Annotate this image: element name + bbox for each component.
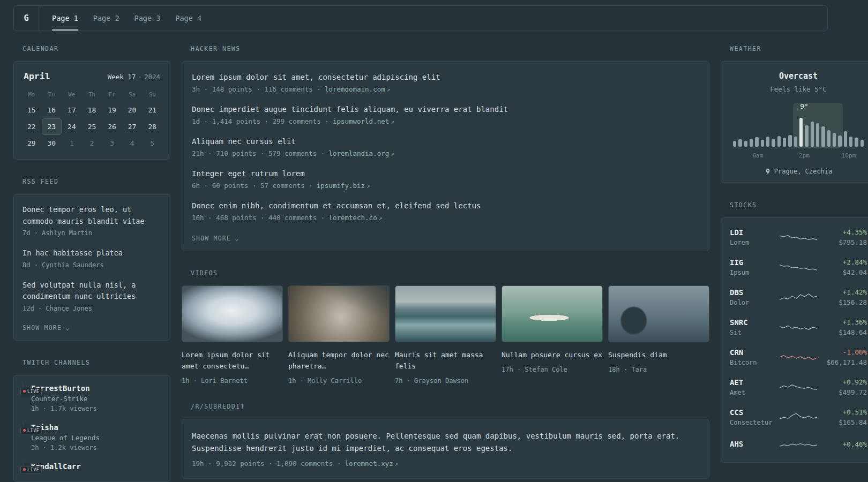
- hacker-news-item-domain[interactable]: loremlandia.org: [328, 149, 389, 157]
- weather-bar: [750, 139, 753, 147]
- page-tabs: Page 1 Page 2 Page 3 Page 4: [39, 6, 201, 31]
- stock-row[interactable]: AHS +0.46%: [730, 432, 867, 458]
- weather-condition: Overcast: [730, 71, 867, 81]
- hacker-news-item-title[interactable]: Aliquam nec cursus elit: [192, 137, 699, 146]
- stock-identity: SNRC Sit: [730, 318, 778, 336]
- stock-row[interactable]: DBS Dolor +1.42% $156.28: [730, 282, 867, 312]
- sparkline-chart: [780, 380, 817, 394]
- rss-show-more-button[interactable]: SHOW MORE ⌄: [23, 324, 70, 332]
- hacker-news-show-more-button[interactable]: SHOW MORE ⌄: [192, 235, 240, 242]
- hacker-news-item-title[interactable]: Lorem ipsum dolor sit amet, consectetur …: [192, 73, 699, 81]
- hacker-news-item-stats: 16h · 468 points · 440 comments ·: [192, 214, 325, 222]
- rss-item-title[interactable]: In hac habitasse platea: [23, 247, 161, 259]
- video-title[interactable]: Lorem ipsum dolor sit amet consectetu…: [182, 350, 283, 372]
- hacker-news-item-domain[interactable]: ipsumify.biz: [317, 182, 365, 190]
- avatar-wrap: LIVE: [23, 423, 24, 432]
- video-thumbnail[interactable]: [502, 285, 603, 342]
- stock-sparkline: [778, 230, 819, 244]
- twitch-channel-row[interactable]: LIVE ForrestBurton Counter-Strike 1h · 1…: [23, 384, 161, 412]
- weather-bar: [777, 136, 781, 147]
- subreddit-post-domain[interactable]: loremnet.xyz: [345, 460, 393, 468]
- weather-bar: [755, 137, 758, 147]
- rss-item: Donec tempor eros leo, ut commodo mauris…: [23, 204, 161, 237]
- calendar-day: 15: [21, 102, 42, 118]
- calendar-day-header: Fr: [102, 89, 122, 100]
- calendar-day: 20: [122, 102, 143, 118]
- hacker-news-item-title[interactable]: Integer eget rutrum lorem: [192, 169, 699, 178]
- calendar-day-header: Th: [82, 89, 102, 100]
- weather-bar: [849, 137, 852, 147]
- stock-row[interactable]: CCS Consectetur +0.51% $165.84: [730, 402, 867, 432]
- calendar-day: 4: [122, 135, 143, 152]
- stock-symbol: IIG: [730, 258, 778, 267]
- calendar-day: 29: [21, 135, 42, 152]
- external-link-icon: ↗: [391, 118, 394, 125]
- video-thumbnail[interactable]: [182, 285, 283, 342]
- subreddit-card: Maecenas mollis pulvinar erat non posuer…: [182, 419, 709, 479]
- app-logo: G: [14, 6, 39, 31]
- weather-bar: [794, 137, 797, 147]
- stock-symbol: SNRC: [730, 318, 778, 327]
- stock-row[interactable]: LDI Lorem +4.35% $795.18: [730, 222, 867, 252]
- hacker-news-item-stats: 6h · 60 points · 57 comments ·: [192, 182, 313, 190]
- stock-price: $165.84: [819, 418, 867, 426]
- video-thumbnail[interactable]: [288, 285, 390, 342]
- stock-row[interactable]: IIG Ipsum +2.84% $42.04: [730, 252, 867, 282]
- video-thumbnail[interactable]: [608, 285, 709, 342]
- stocks-widget-title: STOCKS: [730, 201, 868, 209]
- stock-row[interactable]: SNRC Sit +1.36% $148.64: [730, 312, 867, 342]
- stock-price: $148.64: [819, 328, 867, 336]
- weather-widget-title: WEATHER: [730, 45, 868, 52]
- video-card[interactable]: Nullam posuere cursus ex 17h · Stefan Co…: [502, 285, 603, 385]
- video-title[interactable]: Aliquam tempor dolor nec pharetra…: [288, 350, 390, 372]
- calendar-day: 23: [42, 118, 62, 135]
- hacker-news-item-title[interactable]: Donec imperdiet augue tincidunt felis al…: [192, 105, 699, 114]
- video-title[interactable]: Suspendis diam: [608, 350, 709, 361]
- page-tab[interactable]: Page 3: [134, 6, 161, 31]
- live-badge-label: LIVE: [27, 428, 39, 433]
- weather-bar: [761, 140, 764, 147]
- weather-bar: [827, 130, 830, 147]
- rss-item-title[interactable]: Donec tempor eros leo, ut commodo mauris…: [23, 204, 161, 227]
- stock-change: -1.00%: [819, 348, 867, 356]
- weather-bar: [738, 139, 742, 147]
- video-thumbnail[interactable]: [395, 285, 496, 342]
- stock-name: Consectetur: [730, 419, 778, 426]
- calendar-day-grid: 15 16 17 18 19 20 21 22: [21, 102, 162, 152]
- video-card[interactable]: Aliquam tempor dolor nec pharetra… 1h · …: [288, 285, 390, 385]
- hacker-news-item-domain[interactable]: loremdomain.com: [325, 85, 385, 93]
- calendar-day: 17: [62, 102, 82, 118]
- hacker-news-item-domain[interactable]: loremtech.co: [328, 214, 377, 222]
- hacker-news-item-title[interactable]: Donec enim nibh, condimentum et accumsan…: [192, 201, 699, 210]
- video-card[interactable]: Lorem ipsum dolor sit amet consectetu… 1…: [182, 285, 283, 385]
- page-tab[interactable]: Page 1: [52, 6, 78, 31]
- stock-values: +1.36% $148.64: [819, 318, 867, 336]
- hacker-news-item-meta: 6h · 60 points · 57 comments ·ipsumify.b…: [192, 182, 699, 190]
- calendar-day-header: Tu: [42, 89, 62, 100]
- weather-bar: [783, 138, 786, 147]
- video-meta: 1h · Molly Carrillo: [288, 377, 390, 385]
- sparkline-chart: [780, 438, 817, 452]
- stock-row[interactable]: AET Amet +0.92% $499.72: [730, 372, 867, 402]
- page-tab[interactable]: Page 2: [93, 6, 119, 31]
- twitch-channel-row[interactable]: LIVE KendallCarr: [23, 462, 161, 473]
- hacker-news-item-domain[interactable]: ipsumworld.net: [333, 117, 389, 125]
- rss-item-title[interactable]: Sed volutpat nulla nisl, a condimentum n…: [23, 280, 161, 303]
- video-card[interactable]: Mauris sit amet massa felis 7h · Grayson…: [395, 285, 496, 385]
- stock-sparkline: [778, 438, 819, 452]
- video-title[interactable]: Mauris sit amet massa felis: [395, 350, 496, 372]
- calendar-header: April Week 17·2024: [21, 70, 162, 89]
- video-card[interactable]: Suspendis diam 18h · Tara: [608, 285, 709, 385]
- stock-name: Sit: [730, 329, 778, 336]
- weather-bar: [788, 135, 791, 147]
- subreddit-post-title[interactable]: Maecenas mollis pulvinar erat non posuer…: [192, 430, 699, 455]
- rss-widget: RSS FEED Donec tempor eros leo, ut commo…: [13, 178, 170, 341]
- stock-sparkline: [778, 260, 819, 274]
- dot-separator-icon: ·: [138, 73, 142, 81]
- video-title[interactable]: Nullam posuere cursus ex: [502, 350, 603, 361]
- stock-row[interactable]: CRN Bitcorn -1.00% $66,171.48: [730, 342, 867, 372]
- page-tab[interactable]: Page 4: [175, 6, 201, 31]
- rss-item-meta: 7d · Ashlyn Martin: [23, 229, 161, 237]
- hacker-news-item: Donec enim nibh, condimentum et accumsan…: [192, 201, 699, 222]
- twitch-channel-row[interactable]: LIVE Trisha League of Legends 3h · 1.2k …: [23, 423, 161, 451]
